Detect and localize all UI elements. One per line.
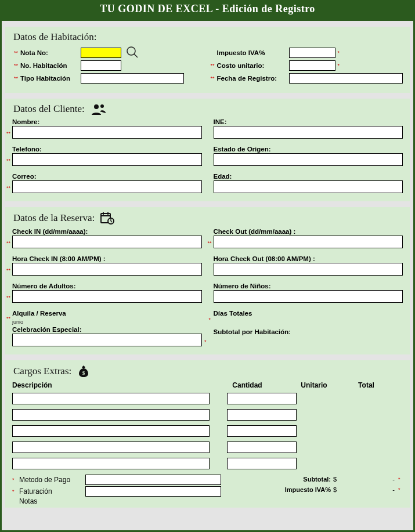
input-extras-cant[interactable]: [227, 441, 297, 453]
input-hora-out[interactable]: [214, 263, 403, 276]
panel-cliente: Datos del Cliente: ** Nombre: ** Telefon…: [5, 99, 410, 201]
label-adultos: Número de Adultos:: [12, 283, 202, 289]
input-extras-desc[interactable]: [12, 441, 210, 453]
input-ine[interactable]: [214, 126, 403, 139]
label-telefono: Telefono:: [12, 146, 202, 153]
label-ninos: Número de Niños:: [214, 283, 403, 289]
label-checkout: Check Out (dd/mm/aaaa) :: [214, 228, 403, 235]
section-title-reserva: Datos de la Reserva:: [13, 212, 403, 225]
label-correo: Correo:: [12, 173, 202, 180]
currency-iva: $: [333, 486, 342, 493]
note-junio: junio: [12, 319, 202, 325]
required-star: **: [12, 50, 18, 56]
extras-row: [12, 393, 403, 404]
input-costo[interactable]: [289, 60, 335, 71]
required-star: **: [6, 295, 10, 301]
required-star: **: [12, 75, 18, 81]
extras-row: [12, 441, 403, 453]
input-extras-desc[interactable]: [12, 458, 210, 469]
required-star: **: [6, 267, 10, 273]
value-subtotal: -: [342, 476, 395, 483]
input-extras-cant[interactable]: [227, 409, 297, 421]
label-metodo-pago: Metodo de Pago: [19, 476, 83, 484]
panel-extras: Cargos Extras: $ Descripción Cantidad Un…: [5, 360, 410, 508]
required-star: **: [6, 240, 10, 246]
required-star: *: [398, 487, 403, 493]
input-extras-desc[interactable]: [12, 393, 210, 404]
required-star: **: [209, 63, 215, 68]
input-checkout[interactable]: [214, 236, 403, 248]
input-edad[interactable]: [214, 180, 403, 193]
input-telefono[interactable]: [12, 153, 202, 166]
input-iva[interactable]: [289, 48, 335, 58]
currency-subtotal: $: [333, 476, 342, 483]
input-correo[interactable]: [12, 180, 202, 193]
section-title-text: Datos de la Reserva:: [13, 212, 95, 224]
label-nota-no: Nota No:: [20, 49, 78, 56]
svg-point-3: [100, 104, 104, 108]
section-title-extras: Cargos Extras: $: [13, 365, 403, 378]
required-star: *: [338, 50, 342, 56]
input-celebracion[interactable]: [12, 334, 202, 346]
input-metodo-pago[interactable]: [85, 475, 221, 485]
input-fecha-registro[interactable]: [289, 73, 403, 84]
input-extras-desc[interactable]: [12, 425, 210, 437]
label-facturacion: Faturación: [19, 487, 83, 495]
required-star: *: [12, 488, 17, 494]
required-star: **: [12, 63, 18, 68]
input-nombre[interactable]: [12, 126, 202, 139]
extras-row: [12, 458, 403, 469]
input-tipo-habitacion[interactable]: [81, 73, 184, 84]
money-bag-icon: $: [77, 365, 90, 378]
label-tipo-habitacion: Tipo Habitación: [20, 75, 78, 82]
people-icon: [91, 103, 107, 115]
input-estado[interactable]: [214, 153, 403, 166]
header-descripcion: Descripción: [12, 381, 210, 389]
section-title-text: Datos del Cliente:: [13, 103, 85, 115]
input-hora-in[interactable]: [12, 263, 202, 276]
panel-reserva: Datos de la Reserva: ** Check IN (dd/mm/…: [5, 207, 410, 354]
label-edad: Edad:: [214, 173, 403, 180]
label-iva-total: Impuesto IVA%: [227, 486, 333, 493]
header-total: Total: [343, 381, 389, 389]
required-star: **: [208, 240, 212, 246]
input-extras-cant[interactable]: [227, 425, 297, 437]
input-nota-no[interactable]: [81, 48, 121, 58]
label-no-habitacion: No. Habitación: [20, 62, 78, 69]
svg-point-0: [127, 47, 135, 55]
section-title-habitacion: Datos de Habitación:: [13, 31, 403, 43]
label-nombre: Nombre:: [12, 118, 202, 125]
svg-text:$: $: [82, 370, 85, 376]
label-checkin: Check IN (dd/mm/aaaa):: [12, 228, 202, 235]
required-star: *: [338, 63, 342, 68]
extras-row: [12, 409, 403, 421]
input-facturacion[interactable]: [85, 486, 221, 497]
label-estado: Estado de Origen:: [214, 146, 403, 153]
svg-point-2: [94, 104, 99, 109]
label-notas: Notas: [19, 497, 83, 505]
label-costo: Costo unitario:: [217, 62, 287, 69]
label-celebracion: Celebración Especial:: [12, 326, 202, 333]
header-unitario: Unitario: [285, 381, 343, 389]
input-extras-desc[interactable]: [12, 409, 210, 421]
svg-line-1: [134, 54, 138, 57]
input-ninos[interactable]: [214, 290, 403, 303]
label-alquila: Alquila / Reserva: [12, 310, 202, 317]
input-no-habitacion[interactable]: [81, 60, 121, 71]
required-star: *: [398, 476, 403, 482]
value-iva: -: [342, 486, 395, 493]
section-title-cliente: Datos del Cliente:: [13, 103, 403, 115]
extras-row: [12, 425, 403, 437]
required-star: *: [12, 477, 17, 483]
input-extras-cant[interactable]: [227, 393, 297, 404]
required-star: **: [6, 158, 10, 164]
required-star: **: [6, 316, 10, 321]
input-adultos[interactable]: [12, 290, 202, 303]
search-icon[interactable]: [124, 45, 141, 61]
header-cantidad: Cantidad: [210, 381, 285, 389]
input-extras-cant[interactable]: [227, 458, 297, 469]
required-star: **: [209, 75, 215, 81]
page-title: TU GODIN DE EXCEL - Edición de Registro: [2, 2, 413, 21]
label-subtotal: Subtotal:: [227, 476, 333, 483]
input-checkin[interactable]: [12, 236, 202, 248]
